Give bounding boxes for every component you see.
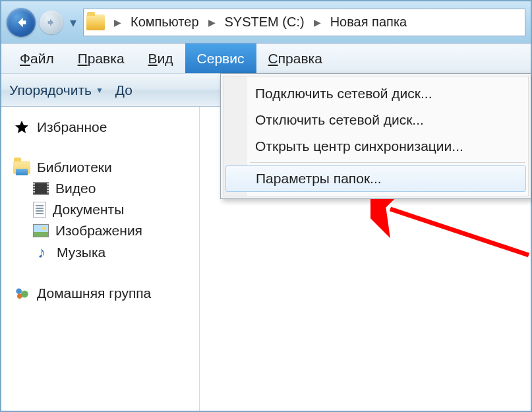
video-icon — [33, 182, 49, 195]
tools-dropdown-menu: Подключить сетевой диск... Отключить сет… — [220, 73, 531, 199]
star-icon — [13, 119, 30, 136]
arrow-left-icon — [14, 15, 28, 30]
homegroup-icon — [13, 285, 30, 302]
explorer-window: ▾ ▶ Компьютер ▶ SYSTEM (C:) ▶ Новая папк… — [0, 0, 532, 412]
menu-tools[interactable]: Сервис — [185, 44, 256, 73]
sidebar-libraries[interactable]: Библиотеки — [13, 157, 194, 178]
menu-disconnect-network-drive[interactable]: Отключить сетевой диск... — [223, 107, 528, 133]
back-button[interactable] — [7, 8, 36, 37]
navigation-pane: Избранное Библиотеки Видео Документы — [1, 107, 199, 411]
breadcrumb-item[interactable]: Компьютер — [128, 13, 202, 31]
svg-point-2 — [17, 294, 22, 299]
breadcrumb-separator: ▶ — [110, 17, 125, 28]
svg-point-0 — [16, 288, 22, 294]
document-icon — [33, 202, 46, 218]
libraries-icon — [13, 161, 30, 174]
sidebar-homegroup[interactable]: Домашняя группа — [13, 282, 194, 305]
menu-help[interactable]: Справка — [256, 44, 334, 73]
sidebar-documents[interactable]: Документы — [13, 199, 194, 220]
image-icon — [33, 224, 49, 237]
menu-edit[interactable]: Правка — [66, 44, 136, 73]
menu-bar: Файл Правка Вид Сервис Справка — [1, 44, 531, 74]
nav-bar: ▾ ▶ Компьютер ▶ SYSTEM (C:) ▶ Новая папк… — [1, 1, 531, 44]
menu-separator — [250, 162, 525, 163]
sidebar-videos[interactable]: Видео — [13, 178, 194, 199]
svg-point-1 — [21, 291, 28, 298]
address-bar[interactable]: ▶ Компьютер ▶ SYSTEM (C:) ▶ Новая папка — [83, 9, 525, 36]
sidebar-images[interactable]: Изображения — [13, 220, 194, 241]
menu-file[interactable]: Файл — [8, 44, 66, 73]
organize-label: Упорядочить — [9, 82, 92, 98]
forward-button[interactable] — [40, 11, 63, 34]
music-icon: ♪ — [33, 244, 50, 261]
breadcrumb-item[interactable]: SYSTEM (C:) — [222, 13, 307, 31]
sidebar-favorites[interactable]: Избранное — [13, 116, 194, 138]
folder-icon — [86, 15, 105, 30]
menu-map-network-drive[interactable]: Подключить сетевой диск... — [223, 80, 528, 107]
history-dropdown[interactable]: ▾ — [67, 15, 79, 30]
toolbar-button-truncated[interactable]: До — [115, 82, 133, 98]
arrow-right-icon — [46, 17, 57, 28]
menu-view[interactable]: Вид — [136, 44, 185, 73]
organize-button[interactable]: Упорядочить ▼ — [9, 82, 103, 98]
menu-folder-options[interactable]: Параметры папок... — [225, 165, 526, 192]
chevron-down-icon: ▼ — [96, 86, 103, 95]
sidebar-music[interactable]: ♪ Музыка — [13, 241, 194, 264]
breadcrumb-separator: ▶ — [310, 17, 325, 28]
menu-open-sync-center[interactable]: Открыть центр синхронизации... — [223, 133, 528, 160]
breadcrumb-separator: ▶ — [204, 17, 220, 28]
breadcrumb-item[interactable]: Новая папка — [328, 13, 410, 31]
